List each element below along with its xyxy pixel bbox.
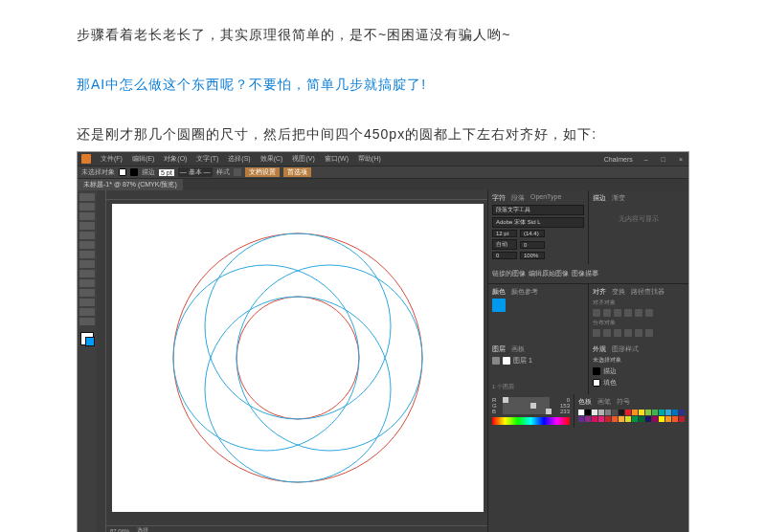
maximize-icon[interactable]: □ <box>660 156 667 163</box>
swatch-cell[interactable] <box>645 410 651 415</box>
circle-inner[interactable] <box>237 297 359 419</box>
tab-symbols[interactable]: 符号 <box>617 397 630 407</box>
swatch-cell[interactable] <box>598 416 604 422</box>
align-hcenter-icon[interactable] <box>603 309 611 317</box>
eraser-tool-icon[interactable] <box>79 260 95 268</box>
tab-color[interactable]: 颜色 <box>492 287 506 297</box>
menu-type[interactable]: 文字(T) <box>196 154 218 164</box>
tab-appearance[interactable]: 外观 <box>593 344 606 354</box>
layer-row[interactable]: 图层 1 <box>492 356 584 366</box>
swatch-cell[interactable] <box>592 416 597 422</box>
document-tab[interactable]: 未标题-1* @ 87% (CMYK/预览) <box>78 179 183 190</box>
swatch-cell[interactable] <box>665 416 671 422</box>
fill-swatch-icon[interactable] <box>119 168 126 176</box>
menu-file[interactable]: 文件(F) <box>101 154 123 164</box>
tab-artboards[interactable]: 画板 <box>511 344 525 354</box>
baseline-field[interactable]: 0 <box>492 252 517 259</box>
tab-color-guide[interactable]: 颜色参考 <box>511 287 538 297</box>
dist-r-icon[interactable] <box>624 329 632 337</box>
fill-stroke-swatches[interactable] <box>80 332 94 345</box>
appear-stroke-icon[interactable] <box>593 367 600 375</box>
link-trace[interactable]: 图像描摹 <box>572 269 598 278</box>
b-value[interactable]: 233 <box>552 409 570 414</box>
spectrum-bar[interactable] <box>492 417 570 425</box>
circle-mid-up[interactable] <box>205 233 391 419</box>
b-slider[interactable] <box>503 409 550 414</box>
tab-pathfinder[interactable]: 路径查找器 <box>631 287 665 297</box>
font-family-field[interactable]: Adobe 宋体 Std L <box>492 217 584 228</box>
scale-tool-icon[interactable] <box>79 279 95 287</box>
swatch-cell[interactable] <box>598 410 604 415</box>
dist-l-icon[interactable] <box>614 329 621 337</box>
canvas[interactable] <box>106 200 487 525</box>
pencil-tool-icon[interactable] <box>79 251 95 258</box>
circle-mid-left[interactable] <box>173 265 359 451</box>
swatch-cell[interactable] <box>639 416 644 422</box>
swatch-cell[interactable] <box>605 410 611 415</box>
swatch-cell[interactable] <box>578 410 584 415</box>
circle-mid-down[interactable] <box>205 297 391 482</box>
dist-h-icon[interactable] <box>603 329 611 337</box>
menu-select[interactable]: 选择(S) <box>228 154 250 164</box>
menu-view[interactable]: 视图(V) <box>292 154 314 164</box>
eyedropper-tool-icon[interactable] <box>79 299 95 306</box>
shape-tool-icon[interactable] <box>79 232 95 239</box>
font-size-field[interactable]: 12 pt <box>492 230 517 237</box>
swatch-cell[interactable] <box>672 416 678 422</box>
type-tool-icon[interactable] <box>79 222 95 230</box>
tab-character[interactable]: 字符 <box>492 193 506 203</box>
artboard-tool-icon[interactable] <box>79 308 95 316</box>
swatch-cell[interactable] <box>625 416 631 422</box>
swatch-cell[interactable] <box>672 410 678 415</box>
swatch-cell[interactable] <box>612 416 618 422</box>
swatch-cell[interactable] <box>679 410 685 415</box>
tracking-field[interactable]: 0 <box>520 241 545 249</box>
swatch-cell[interactable] <box>659 416 665 422</box>
scale-field[interactable]: 100% <box>520 252 545 259</box>
tab-swatches[interactable]: 色板 <box>578 397 592 407</box>
dist-b-icon[interactable] <box>645 329 653 337</box>
minimize-icon[interactable]: – <box>642 156 650 163</box>
tab-paragraph[interactable]: 段落 <box>511 193 525 203</box>
swatch-cell[interactable] <box>612 410 618 415</box>
dist-t-icon[interactable] <box>635 329 642 337</box>
tab-stroke[interactable]: 描边 <box>593 193 606 203</box>
swatch-grid[interactable] <box>578 410 685 422</box>
swatch-cell[interactable] <box>605 416 611 422</box>
tab-gradient[interactable]: 渐变 <box>612 193 625 203</box>
stroke-swatch-icon[interactable] <box>130 168 138 176</box>
circle-mid-right[interactable] <box>237 265 422 451</box>
layer-name[interactable]: 图层 1 <box>513 356 532 366</box>
selection-tool-icon[interactable] <box>79 193 95 201</box>
menu-effect[interactable]: 效果(C) <box>260 154 283 164</box>
dist-v-icon[interactable] <box>593 329 600 337</box>
leading-field[interactable]: (14.4) <box>520 230 545 237</box>
tab-transform[interactable]: 变换 <box>612 287 625 297</box>
gradient-tool-icon[interactable] <box>79 289 95 297</box>
appear-fill-icon[interactable] <box>593 379 600 387</box>
kerning-field[interactable]: 自动 <box>492 239 517 250</box>
align-top-icon[interactable] <box>624 309 632 317</box>
menu-object[interactable]: 对象(O) <box>164 154 187 164</box>
swatch-cell[interactable] <box>619 416 624 422</box>
swatch-cell[interactable] <box>632 410 638 415</box>
swatch-cell[interactable] <box>652 410 658 415</box>
visibility-icon[interactable] <box>492 357 500 365</box>
direct-select-tool-icon[interactable] <box>79 203 95 211</box>
stroke-weight-field[interactable]: 5 pt <box>159 169 174 176</box>
align-right-icon[interactable] <box>614 309 621 317</box>
link-edit[interactable]: 编辑原始图像 <box>529 269 569 278</box>
tab-layers[interactable]: 图层 <box>492 344 506 354</box>
color-swatch-icon[interactable] <box>492 299 506 312</box>
rotate-tool-icon[interactable] <box>79 270 95 277</box>
swatch-cell[interactable] <box>659 410 665 415</box>
swatch-cell[interactable] <box>619 410 624 415</box>
menu-window[interactable]: 窗口(W) <box>325 154 349 164</box>
swatch-cell[interactable] <box>632 416 638 422</box>
swatch-cell[interactable] <box>639 410 644 415</box>
preferences-button[interactable]: 首选项 <box>283 167 311 177</box>
menu-edit[interactable]: 编辑(E) <box>132 154 154 164</box>
hand-tool-icon[interactable] <box>79 318 95 325</box>
swatch-cell[interactable] <box>585 410 591 415</box>
tab-brushes[interactable]: 画笔 <box>597 397 611 407</box>
